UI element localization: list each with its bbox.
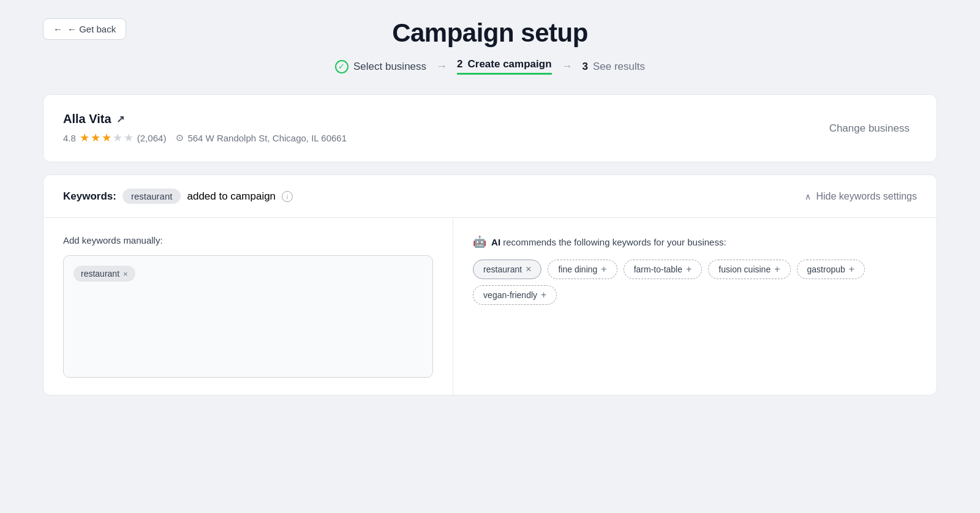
keywords-manual-section: Add keywords manually: restaurant × [43, 218, 453, 395]
star-1: ★ [80, 131, 89, 144]
ai-tag-vegan-friendly-text: vegan-friendly [483, 290, 537, 300]
chevron-up-icon: ∧ [805, 192, 811, 201]
step-create-campaign[interactable]: 2 Create campaign [457, 58, 551, 75]
address-row: ⊙ 564 W Randolph St, Chicago, IL 60661 [176, 132, 347, 143]
ai-label: AI [491, 237, 500, 247]
keywords-header: Keywords: restaurant added to campaign i… [43, 175, 937, 218]
ai-tag-fusion-cuisine[interactable]: fusion cuisine + [708, 260, 790, 279]
ai-tag-fine-dining-text: fine dining [558, 264, 597, 274]
step-2-number: 2 [457, 58, 462, 70]
stepper: ✓ Select business → 2 Create campaign → … [43, 58, 937, 75]
ai-tag-farm-to-table-text: farm-to-table [634, 264, 682, 274]
page-title: Campaign setup [392, 18, 588, 48]
star-4: ★ [113, 131, 123, 144]
ai-tag-farm-to-table-action[interactable]: + [686, 264, 692, 274]
keyword-tag-remove[interactable]: × [123, 269, 128, 279]
rating-value: 4.8 [63, 133, 76, 143]
ai-tag-fusion-cuisine-text: fusion cuisine [718, 264, 771, 274]
ai-robot-icon: 🤖 [473, 235, 486, 249]
ai-header-suffix: recommends the following keywords for yo… [503, 237, 726, 247]
step-arrow-1: → [436, 60, 447, 73]
ai-header: 🤖 AI recommends the following keywords f… [473, 235, 917, 249]
external-link-icon[interactable]: ↗ [116, 113, 124, 125]
ai-tag-fine-dining-action[interactable]: + [601, 264, 606, 274]
ai-tag-restaurant[interactable]: restaurant × [473, 260, 541, 279]
ai-tag-restaurant-text: restaurant [483, 264, 522, 274]
ai-tag-vegan-friendly-action[interactable]: + [541, 290, 546, 300]
rating-row: 4.8 ★ ★ ★ ★ ★ (2,064) [63, 131, 166, 144]
keyword-tag-restaurant: restaurant × [74, 266, 135, 282]
step-check-icon: ✓ [335, 60, 349, 73]
star-2: ★ [91, 131, 100, 144]
keywords-suffix: added to campaign [187, 190, 276, 203]
ai-tag-fusion-cuisine-action[interactable]: + [774, 264, 780, 274]
step-create-campaign-label: Create campaign [468, 58, 552, 70]
ai-tag-gastropub-action[interactable]: + [849, 264, 854, 274]
ai-tag-vegan-friendly[interactable]: vegan-friendly + [473, 285, 557, 305]
keywords-badge: restaurant [123, 189, 181, 204]
ai-tag-gastropub[interactable]: gastropub + [797, 260, 865, 279]
back-arrow-icon: ← [53, 24, 62, 34]
keywords-card: Keywords: restaurant added to campaign i… [43, 174, 937, 395]
manual-section-label: Add keywords manually: [63, 235, 433, 245]
ai-tag-gastropub-text: gastropub [807, 264, 845, 274]
keywords-ai-section: 🤖 AI recommends the following keywords f… [453, 218, 937, 395]
hide-keywords-button[interactable]: ∧ Hide keywords settings [805, 191, 917, 202]
step-select-business[interactable]: ✓ Select business [335, 60, 426, 73]
keyword-input-box[interactable]: restaurant × [63, 255, 433, 378]
step-select-business-label: Select business [353, 61, 426, 73]
step-arrow-2: → [562, 60, 573, 73]
step-3-number: 3 [582, 61, 588, 73]
address-text: 564 W Randolph St, Chicago, IL 60661 [187, 133, 347, 143]
step-see-results[interactable]: 3 See results [582, 61, 646, 73]
star-5: ★ [124, 131, 134, 144]
get-back-label: ← Get back [67, 24, 116, 34]
hide-keywords-label: Hide keywords settings [816, 191, 917, 202]
info-icon[interactable]: i [282, 191, 293, 202]
change-business-button[interactable]: Change business [822, 118, 917, 140]
ai-tag-restaurant-action[interactable]: × [526, 264, 531, 274]
business-info: Alla Vita ↗ 4.8 ★ ★ ★ ★ ★ (2,064) [63, 112, 347, 144]
keyword-tag-text: restaurant [81, 269, 119, 279]
ai-tags-container: restaurant × fine dining + farm-to-table… [473, 260, 917, 305]
keywords-body: Add keywords manually: restaurant × 🤖 AI… [43, 218, 937, 395]
business-card: Alla Vita ↗ 4.8 ★ ★ ★ ★ ★ (2,064) [43, 94, 937, 162]
keywords-label: Keywords: [63, 190, 116, 203]
ai-tag-farm-to-table[interactable]: farm-to-table + [624, 260, 703, 279]
step-see-results-label: See results [593, 61, 645, 73]
star-3: ★ [102, 131, 111, 144]
get-back-button[interactable]: ← ← Get back [43, 18, 126, 40]
business-name-text: Alla Vita [63, 112, 111, 126]
review-count: (2,064) [137, 133, 167, 143]
ai-tag-fine-dining[interactable]: fine dining + [548, 260, 617, 279]
stars: ★ ★ ★ ★ ★ [80, 131, 134, 144]
location-icon: ⊙ [176, 132, 184, 143]
